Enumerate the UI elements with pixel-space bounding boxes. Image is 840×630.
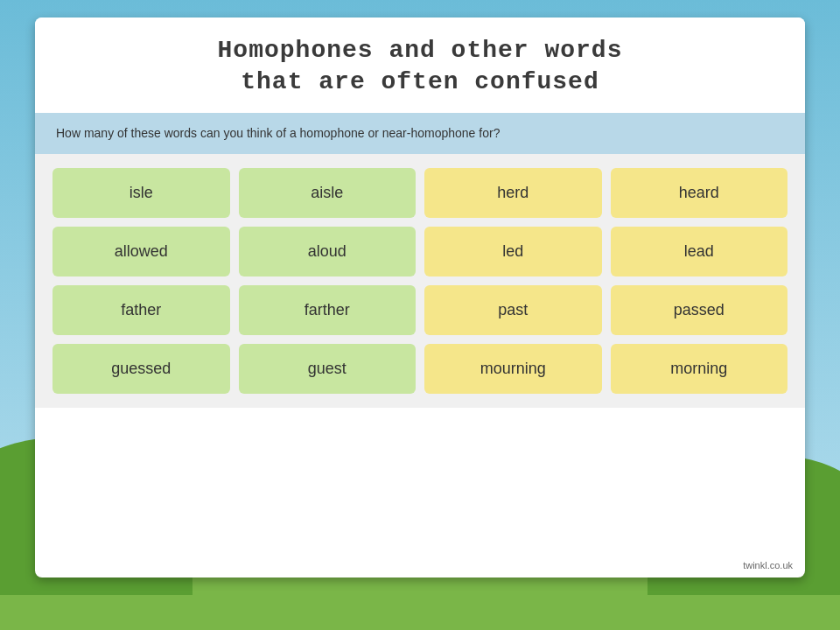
word-cell: guessed xyxy=(52,344,230,394)
word-cell: morning xyxy=(611,344,788,394)
word-grid: isleaisleherdheardallowedaloudledleadfat… xyxy=(52,168,788,394)
word-cell: lead xyxy=(611,227,788,276)
word-cell: guest xyxy=(239,344,416,394)
word-cell: isle xyxy=(52,168,230,218)
word-cell: led xyxy=(424,227,602,276)
grid-area: isleaisleherdheardallowedaloudledleadfat… xyxy=(35,154,805,408)
word-cell: mourning xyxy=(424,344,602,394)
instruction-text: How many of these words can you think of… xyxy=(56,125,788,143)
branding-label: twinkl.co.uk xyxy=(743,560,793,570)
word-cell: heard xyxy=(611,168,788,218)
word-cell: aloud xyxy=(239,227,416,276)
word-cell: past xyxy=(424,285,602,335)
word-cell: passed xyxy=(611,285,788,335)
main-card: Homophones and other words that are ofte… xyxy=(35,18,805,578)
title-area: Homophones and other words that are ofte… xyxy=(35,18,805,113)
word-cell: farther xyxy=(239,285,416,335)
word-cell: aisle xyxy=(239,168,416,218)
word-cell: herd xyxy=(424,168,602,218)
word-cell: father xyxy=(52,285,230,335)
page-title: Homophones and other words that are ofte… xyxy=(61,35,779,99)
instruction-area: How many of these words can you think of… xyxy=(35,113,805,155)
word-cell: allowed xyxy=(52,227,230,276)
